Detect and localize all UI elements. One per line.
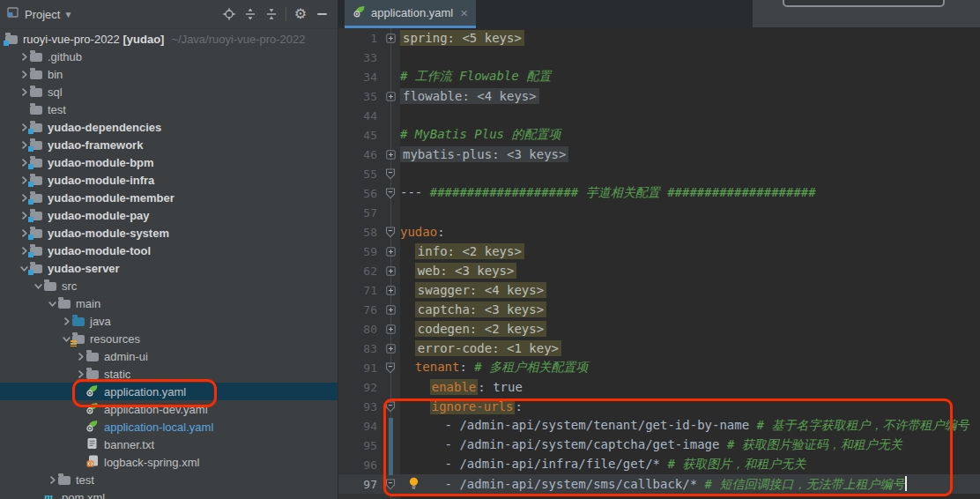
collapse-all-icon[interactable] xyxy=(261,4,282,24)
tree-item-label: yudao-dependencies xyxy=(48,121,161,134)
tree-item-application-local-yaml[interactable]: application-local.yaml xyxy=(0,418,338,436)
code-line-46[interactable]: 46mybatis-plus: <3 keys> xyxy=(338,145,980,164)
code-line-92[interactable]: 92 enable: true xyxy=(338,377,980,397)
code-line-93[interactable]: 93 ignore-urls: xyxy=(338,397,980,416)
tree-item--github[interactable]: .github xyxy=(0,48,338,65)
expand-all-icon[interactable] xyxy=(240,4,261,24)
code-line-58[interactable]: 58yudao: xyxy=(338,222,980,242)
chevron-right-icon[interactable] xyxy=(74,352,86,361)
code-line-80[interactable]: 80 codegen: <2 keys> xyxy=(338,319,980,339)
tree-item-src[interactable]: src xyxy=(0,277,338,294)
code-line-83[interactable]: 83 error-code: <1 key> xyxy=(338,339,980,358)
line-number: 97 xyxy=(338,478,384,491)
vcs-change-marker xyxy=(389,418,393,475)
tree-item-main[interactable]: main xyxy=(0,294,338,312)
locate-icon[interactable] xyxy=(219,4,240,24)
tree-item-banner-txt[interactable]: banner.txt xyxy=(0,436,338,453)
code-line-57[interactable]: 57 xyxy=(338,203,980,222)
fold-closed-icon[interactable] xyxy=(384,34,397,43)
tree-item-static[interactable]: static xyxy=(0,365,338,383)
chevron-right-icon[interactable] xyxy=(18,70,30,79)
tree-item-yudao-module-system[interactable]: yudao-module-system xyxy=(0,224,338,242)
code-line-1[interactable]: 1spring: <5 keys> xyxy=(338,28,980,48)
tree-item-application-dev-yaml[interactable]: application-dev.yaml xyxy=(0,400,338,418)
code-line-94[interactable]: 94 - /admin-api/system/tenant/get-id-by-… xyxy=(338,416,980,436)
chevron-down-icon[interactable] xyxy=(32,281,44,291)
tree-item-label: resources xyxy=(90,332,140,346)
code-segment: : xyxy=(437,225,444,239)
tree-item-yudao-module-member[interactable]: yudao-module-member xyxy=(0,189,338,206)
fold-closed-icon[interactable] xyxy=(384,286,397,295)
intention-bulb-icon[interactable] xyxy=(408,477,419,494)
chevron-right-icon[interactable] xyxy=(74,369,86,379)
fold-closed-icon[interactable] xyxy=(384,92,397,101)
tab-application-yaml[interactable]: application.yaml × xyxy=(345,0,476,28)
code-line-45[interactable]: 45# MyBatis Plus 的配置项 xyxy=(338,125,980,145)
fold-open-icon[interactable] xyxy=(384,479,397,490)
chevron-right-icon[interactable] xyxy=(60,317,72,326)
code-line-91[interactable]: 91 tenant: # 多租户相关配置项 xyxy=(338,358,980,377)
tree-item-yudao-module-bpm[interactable]: yudao-module-bpm xyxy=(0,153,338,171)
code-line-34[interactable]: 34# 工作流 Flowable 配置 xyxy=(338,67,980,86)
code-line-76[interactable]: 76 captcha: <3 keys> xyxy=(338,300,980,319)
tree-item-yudao-dependencies[interactable]: yudao-dependencies xyxy=(0,118,338,136)
tree-item-resources[interactable]: resources xyxy=(0,330,338,347)
chevron-down-icon[interactable] xyxy=(46,299,58,309)
tree-item-sql[interactable]: sql xyxy=(0,83,338,101)
code-line-97[interactable]: 97 - /admin-api/system/sms/callback/* # … xyxy=(338,474,980,494)
tree-item-admin-ui[interactable]: admin-ui xyxy=(0,347,338,365)
fold-closed-icon[interactable] xyxy=(384,305,397,315)
top-right-search-box[interactable] xyxy=(783,0,945,7)
gear-icon[interactable]: ⚙ xyxy=(290,4,311,24)
tree-item-label: pom.xml xyxy=(62,491,105,499)
chevron-down-icon[interactable]: ▼ xyxy=(63,10,72,19)
code-line-59[interactable]: 59 info: <2 keys> xyxy=(338,242,980,261)
code-line-55[interactable]: 55 xyxy=(338,164,980,183)
tree-item-yudao-module-tool[interactable]: yudao-module-tool xyxy=(0,242,338,259)
tree-item-logback-spring-xml[interactable]: logback-spring.xml xyxy=(0,453,338,471)
line-number: 44 xyxy=(338,109,384,123)
tree-item-test[interactable]: test xyxy=(0,471,338,488)
code-line-35[interactable]: 35flowable: <4 keys> xyxy=(338,86,980,106)
code-line-33[interactable]: 33 xyxy=(338,48,980,67)
line-number: 57 xyxy=(338,206,384,220)
tree-item-pom-xml[interactable]: mpom.xml xyxy=(0,488,338,499)
line-number: 35 xyxy=(338,90,384,103)
fold-closed-icon[interactable] xyxy=(384,247,397,257)
fold-closed-icon[interactable] xyxy=(384,266,397,276)
fold-open-icon[interactable] xyxy=(384,227,397,238)
line-number: 95 xyxy=(338,439,384,452)
fold-open-icon[interactable] xyxy=(384,168,397,180)
close-icon[interactable]: × xyxy=(460,6,468,19)
code-line-44[interactable]: 44 xyxy=(338,106,980,125)
module-icon xyxy=(30,157,45,168)
fold-open-icon[interactable] xyxy=(384,362,397,374)
code-line-62[interactable]: 62 web: <3 keys> xyxy=(338,261,980,280)
code-line-71[interactable]: 71 swagger: <4 keys> xyxy=(338,280,980,300)
tree-item-yudao-framework[interactable]: yudao-framework xyxy=(0,136,338,153)
tree-item-project-root[interactable]: ruoyi-vue-pro-2022 [yudao]~/Java/ruoyi-v… xyxy=(0,30,338,48)
tree-item-application-yaml[interactable]: application.yaml xyxy=(0,383,338,400)
fold-open-icon[interactable] xyxy=(384,188,397,199)
chevron-right-icon[interactable] xyxy=(46,475,58,485)
tree-item-java[interactable]: java xyxy=(0,312,338,330)
code-line-56[interactable]: 56--- #################### 芋道相关配置 ######… xyxy=(338,183,980,203)
fold-closed-icon[interactable] xyxy=(384,324,397,334)
project-tree: ruoyi-vue-pro-2022 [yudao]~/Java/ruoyi-v… xyxy=(0,29,338,499)
tree-item-yudao-module-infra[interactable]: yudao-module-infra xyxy=(0,171,338,189)
code-area[interactable]: 1spring: <5 keys>3334# 工作流 Flowable 配置35… xyxy=(338,28,980,499)
code-segment: # 基于名字获取租户，不许带租户编号 xyxy=(757,418,969,432)
code-line-95[interactable]: 95 - /admin-api/system/captcha/get-image… xyxy=(338,436,980,455)
chevron-right-icon[interactable] xyxy=(18,87,30,97)
hide-panel-icon[interactable] xyxy=(311,4,332,24)
fold-open-icon[interactable] xyxy=(384,401,397,413)
tree-item-yudao-server[interactable]: yudao-server xyxy=(0,259,338,277)
fold-closed-icon[interactable] xyxy=(384,344,397,354)
tree-item-yudao-module-pay[interactable]: yudao-module-pay xyxy=(0,206,338,224)
tree-item-bin[interactable]: bin xyxy=(0,65,338,83)
line-number: 92 xyxy=(338,381,384,394)
tree-item-test[interactable]: test xyxy=(0,101,338,118)
fold-closed-icon[interactable] xyxy=(384,150,397,160)
chevron-right-icon[interactable] xyxy=(18,52,30,62)
code-line-96[interactable]: 96 - /admin-api/infra/file/get/* # 获取图片，… xyxy=(338,455,980,474)
